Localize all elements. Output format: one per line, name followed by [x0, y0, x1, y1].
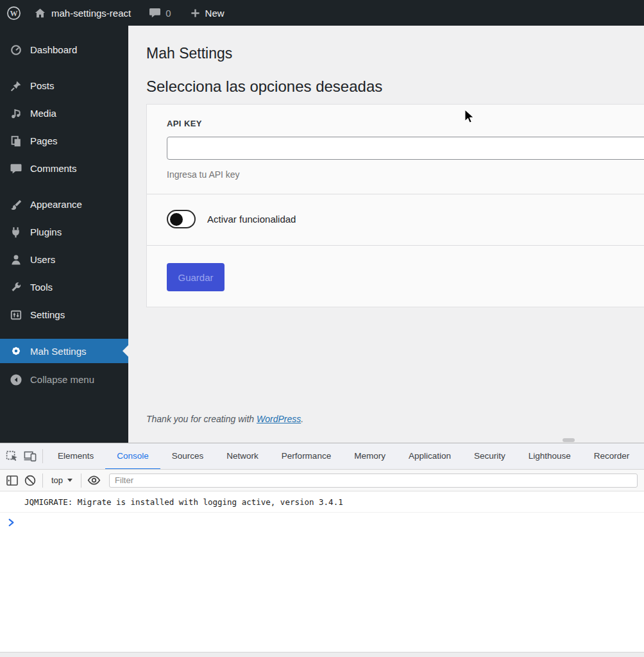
sidebar-item-dashboard[interactable]: Dashboard — [0, 36, 128, 64]
user-icon — [9, 253, 23, 266]
toggle-label: Activar funcionalidad — [207, 214, 296, 225]
eye-icon[interactable] — [85, 472, 103, 489]
sidebar-item-label: Tools — [30, 282, 53, 293]
wp-footer-credit: Thank you for creating with WordPress. — [146, 414, 644, 424]
sidebar-item-plugins[interactable]: Plugins — [0, 218, 128, 246]
context-selector-dropdown[interactable]: top — [46, 475, 78, 485]
device-toolbar-icon[interactable] — [21, 448, 39, 465]
footer-period: . — [301, 414, 303, 424]
console-log-message: JQMIGRATE: Migrate is installed with log… — [0, 491, 644, 513]
tab-console[interactable]: Console — [105, 443, 160, 470]
wrench-icon — [9, 281, 23, 294]
window-bottom-edge — [0, 652, 644, 657]
main-content: Mah Settings Selecciona las opciones des… — [128, 26, 644, 443]
footer-text: Thank you for creating with — [146, 414, 257, 424]
media-notes-icon — [9, 107, 23, 120]
home-icon[interactable] — [34, 0, 46, 26]
settings-card: API KEY Ingresa tu API key Activar funci… — [146, 104, 644, 307]
sidebar-item-label: Posts — [30, 80, 55, 91]
sidebar-item-posts[interactable]: Posts — [0, 72, 128, 99]
wp-admin-bar: W mah-settings-react 0 New — [0, 0, 644, 26]
sidebar-item-label: Appearance — [30, 199, 82, 210]
tab-recorder[interactable]: Recorder — [582, 443, 641, 470]
prompt-chevron-icon — [8, 518, 15, 527]
svg-text:W: W — [10, 8, 17, 17]
site-name-link[interactable]: mah-settings-react — [51, 0, 131, 26]
sidebar-item-pages[interactable]: Pages — [0, 127, 128, 155]
screen: W mah-settings-react 0 New Dashboard Pos… — [0, 0, 644, 657]
console-input-line[interactable] — [0, 513, 644, 527]
api-key-help-text: Ingresa tu API key — [167, 169, 644, 180]
page-subtitle: Selecciona las opciones deseadas — [146, 78, 644, 96]
tab-application[interactable]: Application — [397, 443, 462, 470]
console-sidebar-icon[interactable] — [3, 472, 21, 489]
page-scrollbar-thumb[interactable] — [563, 438, 575, 442]
save-button[interactable]: Guardar — [167, 263, 225, 291]
plus-icon[interactable] — [191, 0, 200, 26]
gear-icon — [9, 345, 23, 357]
tab-security[interactable]: Security — [462, 443, 517, 470]
api-key-row: API KEY Ingresa tu API key — [147, 105, 644, 194]
wp-sidebar-menu: Dashboard Posts Media Pages Comments App… — [0, 26, 128, 443]
chevron-down-icon — [67, 479, 72, 482]
divider — [42, 474, 43, 488]
dashboard-icon — [9, 44, 23, 56]
context-selector-value: top — [51, 475, 63, 485]
sidebar-item-label: Users — [30, 254, 55, 265]
sidebar-item-media[interactable]: Media — [0, 99, 128, 127]
sidebar-item-settings[interactable]: Settings — [0, 301, 128, 328]
wordpress-link[interactable]: WordPress — [257, 414, 301, 424]
sidebar-item-label: Dashboard — [30, 44, 77, 55]
sidebar-item-label: Settings — [30, 309, 65, 320]
api-key-label: API KEY — [167, 119, 644, 128]
pushpin-icon — [9, 80, 23, 92]
tab-elements[interactable]: Elements — [46, 443, 105, 470]
plug-icon — [9, 226, 23, 239]
sidebar-item-mah-settings[interactable]: Mah Settings — [0, 339, 128, 363]
activate-toggle[interactable] — [167, 210, 196, 228]
console-toolbar: top — [0, 470, 644, 491]
tab-performance[interactable]: Performance — [270, 443, 343, 470]
toggle-row: Activar funcionalidad — [147, 194, 644, 246]
api-key-input[interactable] — [167, 137, 644, 160]
sidebar-item-label: Pages — [30, 135, 58, 146]
devtools-tabbar: Elements Console Sources Network Perform… — [0, 443, 644, 470]
wordpress-logo-icon[interactable]: W — [6, 0, 21, 26]
sidebar-item-tools[interactable]: Tools — [0, 273, 128, 301]
sidebar-item-users[interactable]: Users — [0, 246, 128, 273]
divider — [81, 474, 81, 488]
collapse-menu-label: Collapse menu — [30, 374, 94, 385]
toggle-knob — [170, 213, 183, 226]
button-row: Guardar — [147, 246, 644, 307]
devtools-panel: Elements Console Sources Network Perform… — [0, 443, 644, 657]
collapse-menu-button[interactable]: Collapse menu — [0, 366, 128, 393]
tab-lighthouse[interactable]: Lighthouse — [517, 443, 582, 470]
brush-icon — [9, 198, 23, 211]
console-filter-input[interactable] — [109, 474, 638, 488]
sidebar-item-label: Plugins — [30, 226, 62, 237]
sliders-icon — [9, 309, 23, 321]
tab-memory[interactable]: Memory — [343, 443, 397, 470]
pages-icon — [9, 135, 23, 148]
sidebar-item-label: Media — [30, 108, 56, 119]
tab-sources[interactable]: Sources — [160, 443, 216, 470]
divider — [42, 449, 43, 463]
sidebar-item-label: Mah Settings — [30, 346, 87, 357]
collapse-arrow-icon — [9, 373, 23, 386]
new-button[interactable]: New — [205, 0, 225, 26]
comments-count: 0 — [165, 0, 171, 26]
comment-icon — [9, 162, 23, 175]
tab-network[interactable]: Network — [215, 443, 270, 470]
page-title: Mah Settings — [146, 45, 644, 62]
clear-console-icon[interactable] — [21, 472, 39, 489]
inspect-element-icon[interactable] — [3, 448, 21, 465]
sidebar-item-appearance[interactable]: Appearance — [0, 191, 128, 218]
sidebar-item-label: Comments — [30, 163, 77, 174]
console-output: JQMIGRATE: Migrate is installed with log… — [0, 491, 644, 527]
sidebar-item-comments[interactable]: Comments — [0, 155, 128, 182]
comments-bubble-icon[interactable] — [149, 0, 161, 26]
